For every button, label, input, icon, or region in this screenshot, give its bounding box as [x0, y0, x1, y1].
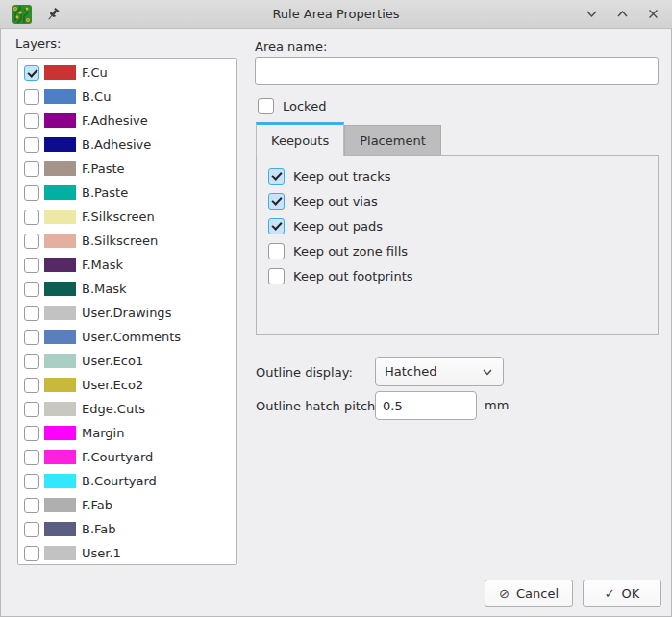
cancel-button[interactable]: ⊘ Cancel: [485, 580, 573, 607]
layer-color-swatch: [44, 546, 76, 560]
unshade-chevron-up-icon[interactable]: [615, 7, 630, 21]
keepout-row-keep-out-pads[interactable]: Keep out pads: [268, 213, 646, 238]
layer-checkbox[interactable]: [24, 546, 39, 561]
layer-row-b-adhesive[interactable]: B.Adhesive: [18, 133, 236, 157]
cancel-icon: ⊘: [499, 586, 510, 601]
layer-checkbox[interactable]: [24, 210, 39, 225]
ok-label: OK: [622, 586, 640, 601]
layer-checkbox[interactable]: [24, 161, 39, 177]
ok-check-icon: ✓: [605, 586, 615, 601]
layer-checkbox[interactable]: [24, 330, 39, 345]
tab-bar: Keepouts Placement: [256, 122, 441, 155]
close-icon[interactable]: [646, 7, 660, 21]
keepout-row-keep-out-tracks[interactable]: Keep out tracks: [268, 163, 646, 188]
layer-checkbox[interactable]: [24, 282, 39, 297]
ok-button[interactable]: ✓ OK: [583, 580, 661, 607]
layer-row-user-eco1[interactable]: User.Eco1: [18, 349, 236, 373]
layer-checkbox[interactable]: [24, 402, 39, 417]
layer-color-swatch: [44, 161, 76, 176]
layer-row-b-mask[interactable]: B.Mask: [18, 277, 236, 301]
keepout-label: Keep out footprints: [293, 269, 413, 284]
layer-checkbox[interactable]: [24, 306, 39, 321]
chevron-down-icon: [481, 365, 494, 379]
layer-label: B.Mask: [82, 282, 127, 296]
layer-label: User.Eco2: [82, 378, 143, 392]
layer-label: B.Fab: [82, 522, 116, 536]
tab-label: Keepouts: [271, 134, 329, 148]
layers-list[interactable]: F.Cu B.Cu F.Adhesive B.Adhesive F.Paste …: [17, 58, 237, 565]
shade-chevron-down-icon[interactable]: [585, 7, 599, 21]
layer-row-user-eco2[interactable]: User.Eco2: [18, 373, 236, 397]
layer-row-f-fab[interactable]: F.Fab: [18, 493, 236, 517]
layer-checkbox[interactable]: [24, 522, 39, 537]
keepout-checkbox[interactable]: [268, 243, 285, 259]
pin-icon[interactable]: [45, 7, 61, 22]
outline-display-label: Outline display:: [256, 365, 353, 380]
layer-color-swatch: [44, 210, 76, 224]
keepout-checkbox[interactable]: [268, 218, 285, 234]
tab-label: Placement: [360, 134, 426, 148]
layer-row-b-cu[interactable]: B.Cu: [18, 85, 236, 109]
layer-row-user-drawings[interactable]: User.Drawings: [18, 301, 236, 325]
keepout-row-keep-out-vias[interactable]: Keep out vias: [268, 188, 646, 213]
layer-label: F.Adhesive: [82, 113, 148, 128]
layer-checkbox[interactable]: [24, 113, 39, 129]
layer-row-f-courtyard[interactable]: F.Courtyard: [18, 445, 236, 469]
keepout-row-keep-out-zone-fills[interactable]: Keep out zone fills: [268, 238, 646, 263]
keepout-checkbox[interactable]: [268, 168, 285, 185]
layer-color-swatch: [44, 402, 76, 416]
layer-checkbox[interactable]: [24, 378, 39, 393]
layer-checkbox[interactable]: [24, 185, 39, 201]
layer-row-edge-cuts[interactable]: Edge.Cuts: [18, 397, 236, 421]
layer-label: B.Silkscreen: [82, 234, 158, 248]
layer-row-f-paste[interactable]: F.Paste: [18, 157, 236, 181]
outline-hatch-pitch-input[interactable]: [375, 391, 477, 420]
keepout-label: Keep out vias: [293, 194, 378, 209]
keepout-checkbox[interactable]: [268, 193, 285, 210]
outline-display-value: Hatched: [385, 364, 481, 379]
layer-row-user-comments[interactable]: User.Comments: [18, 325, 236, 349]
layer-checkbox[interactable]: [24, 426, 39, 441]
keepout-label: Keep out tracks: [293, 169, 391, 184]
layer-label: User.Eco1: [82, 354, 143, 368]
layer-checkbox[interactable]: [24, 137, 39, 153]
layer-checkbox[interactable]: [24, 354, 39, 369]
area-name-input[interactable]: [255, 57, 659, 85]
layer-label: User.1: [82, 546, 121, 560]
area-name-label: Area name:: [255, 39, 327, 54]
layer-checkbox[interactable]: [24, 234, 39, 249]
outline-hatch-pitch-label: Outline hatch pitch:: [256, 399, 380, 413]
layer-row-b-fab[interactable]: B.Fab: [18, 517, 236, 541]
layer-checkbox[interactable]: [24, 450, 39, 465]
locked-row[interactable]: Locked: [258, 98, 326, 114]
layer-checkbox[interactable]: [24, 65, 39, 81]
layer-label: Edge.Cuts: [82, 402, 145, 416]
tab-keepouts[interactable]: Keepouts: [256, 122, 344, 156]
outline-display-dropdown[interactable]: Hatched: [375, 357, 504, 386]
layer-row-margin[interactable]: Margin: [18, 421, 236, 445]
layer-row-b-paste[interactable]: B.Paste: [18, 181, 236, 205]
layer-color-swatch: [44, 330, 76, 344]
layer-row-f-silkscreen[interactable]: F.Silkscreen: [18, 205, 236, 229]
layer-row-b-courtyard[interactable]: B.Courtyard: [18, 469, 236, 493]
layer-checkbox[interactable]: [24, 258, 39, 273]
layer-row-f-mask[interactable]: F.Mask: [18, 253, 236, 277]
layer-row-b-silkscreen[interactable]: B.Silkscreen: [18, 229, 236, 253]
layer-color-swatch: [44, 522, 76, 536]
keepout-checkbox[interactable]: [268, 268, 285, 284]
layer-color-swatch: [44, 234, 76, 248]
layer-row-f-cu[interactable]: F.Cu: [18, 61, 236, 85]
layer-checkbox[interactable]: [24, 498, 39, 513]
layer-row-user-1[interactable]: User.1: [18, 541, 236, 565]
layer-checkbox[interactable]: [24, 474, 39, 489]
layer-row-f-adhesive[interactable]: F.Adhesive: [18, 109, 236, 133]
layer-label: F.Fab: [82, 498, 112, 512]
layer-color-swatch: [44, 354, 76, 368]
keepout-row-keep-out-footprints[interactable]: Keep out footprints: [268, 263, 646, 288]
layer-color-swatch: [44, 113, 76, 128]
layer-color-swatch: [44, 498, 76, 512]
locked-checkbox[interactable]: [258, 98, 274, 114]
dialog-title: Rule Area Properties: [0, 7, 672, 21]
tab-placement[interactable]: Placement: [344, 125, 441, 155]
layer-checkbox[interactable]: [24, 89, 39, 105]
